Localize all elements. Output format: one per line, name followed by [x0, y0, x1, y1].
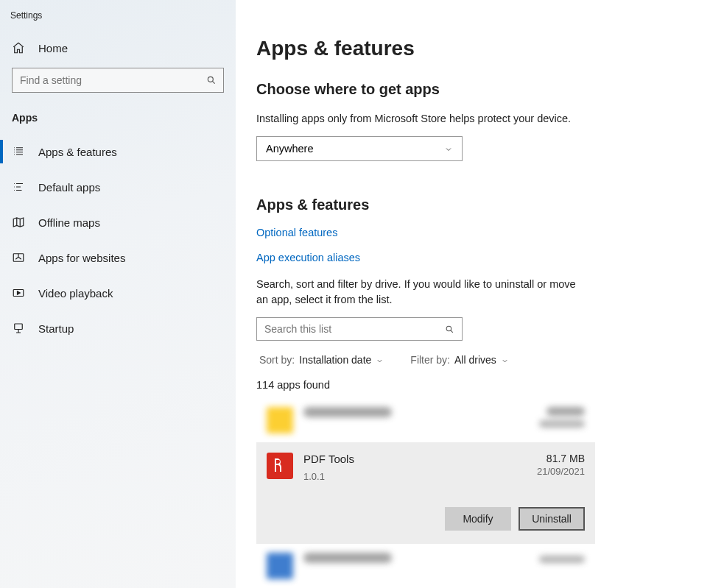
app-date: 21/09/2021 — [537, 466, 585, 477]
filter-label: Filter by: — [410, 354, 450, 366]
video-icon — [12, 286, 25, 300]
modify-button[interactable]: Modify — [445, 507, 511, 531]
list-search[interactable] — [256, 317, 463, 341]
search-icon — [445, 324, 454, 333]
home-label: Home — [38, 42, 68, 54]
app-actions: Modify Uninstall — [267, 507, 585, 531]
nav-label: Apps & features — [38, 146, 117, 158]
choose-title: Choose where to get apps — [256, 81, 724, 98]
sidebar: Settings Home Apps Apps & features Defau… — [0, 0, 236, 588]
sidebar-item-default-apps[interactable]: Default apps — [0, 169, 236, 205]
sort-value: Installation date — [299, 354, 371, 366]
startup-icon — [12, 322, 25, 335]
home-nav[interactable]: Home — [0, 34, 236, 68]
home-icon — [12, 41, 25, 54]
websites-icon — [12, 251, 25, 264]
optional-features-link[interactable]: Optional features — [256, 227, 724, 238]
apps-features-title: Apps & features — [256, 196, 724, 213]
nav-label: Video playback — [38, 287, 113, 300]
uninstall-button[interactable]: Uninstall — [519, 507, 585, 531]
sidebar-item-offline-maps[interactable]: Offline maps — [0, 205, 236, 240]
app-date-blurred — [539, 556, 585, 563]
app-version: 1.0.1 — [303, 471, 527, 482]
app-icon — [267, 553, 293, 579]
app-date-blurred — [539, 420, 585, 428]
list-search-input[interactable] — [264, 323, 454, 335]
sidebar-item-startup[interactable]: Startup — [0, 311, 236, 346]
svg-point-4 — [446, 327, 451, 332]
app-icon — [267, 453, 293, 479]
window-title: Settings — [0, 6, 236, 34]
sort-by[interactable]: Sort by: Installation date — [259, 354, 384, 366]
select-value: Anywhere — [266, 143, 313, 155]
svg-point-0 — [208, 77, 213, 82]
defaults-icon — [12, 180, 25, 194]
apps-count: 114 apps found — [256, 379, 724, 391]
svg-rect-3 — [15, 324, 23, 330]
app-row[interactable] — [256, 544, 595, 588]
list-icon — [12, 145, 25, 158]
sidebar-item-apps-features[interactable]: Apps & features — [0, 134, 236, 169]
app-row[interactable] — [256, 398, 595, 442]
app-size-blurred — [546, 407, 585, 416]
sidebar-search-input[interactable] — [12, 68, 224, 93]
sidebar-item-video-playback[interactable]: Video playback — [0, 275, 236, 311]
search-icon — [206, 75, 217, 85]
filter-by[interactable]: Filter by: All drives — [410, 354, 508, 366]
filters: Sort by: Installation date Filter by: Al… — [256, 354, 724, 366]
sort-label: Sort by: — [259, 354, 295, 366]
chevron-down-icon — [444, 144, 453, 153]
choose-desc: Installing apps only from Microsoft Stor… — [256, 111, 610, 126]
chevron-down-icon — [376, 355, 384, 364]
app-name: PDF Tools — [303, 453, 527, 465]
nav-label: Startup — [38, 322, 74, 335]
sidebar-search[interactable] — [12, 68, 224, 93]
chevron-down-icon — [501, 355, 509, 364]
app-name-blurred — [303, 553, 392, 563]
filter-value: All drives — [454, 354, 496, 366]
nav-label: Offline maps — [38, 216, 100, 229]
app-list: PDF Tools 1.0.1 81.7 MB 21/09/2021 Modif… — [256, 398, 595, 588]
main-content: Apps & features Choose where to get apps… — [236, 0, 724, 588]
nav-label: Apps for websites — [38, 252, 125, 264]
map-icon — [12, 216, 25, 229]
app-size: 81.7 MB — [537, 453, 585, 464]
app-icon — [267, 407, 293, 433]
app-source-select[interactable]: Anywhere — [256, 136, 463, 161]
app-row-selected[interactable]: PDF Tools 1.0.1 81.7 MB 21/09/2021 Modif… — [256, 442, 595, 544]
apps-features-desc: Search, sort and filter by drive. If you… — [256, 277, 588, 307]
app-name-blurred — [303, 407, 392, 417]
sidebar-section: Apps — [0, 106, 236, 134]
page-title: Apps & features — [256, 37, 724, 60]
sidebar-item-apps-for-websites[interactable]: Apps for websites — [0, 240, 236, 275]
app-execution-aliases-link[interactable]: App execution aliases — [256, 252, 724, 263]
nav-label: Default apps — [38, 181, 100, 194]
